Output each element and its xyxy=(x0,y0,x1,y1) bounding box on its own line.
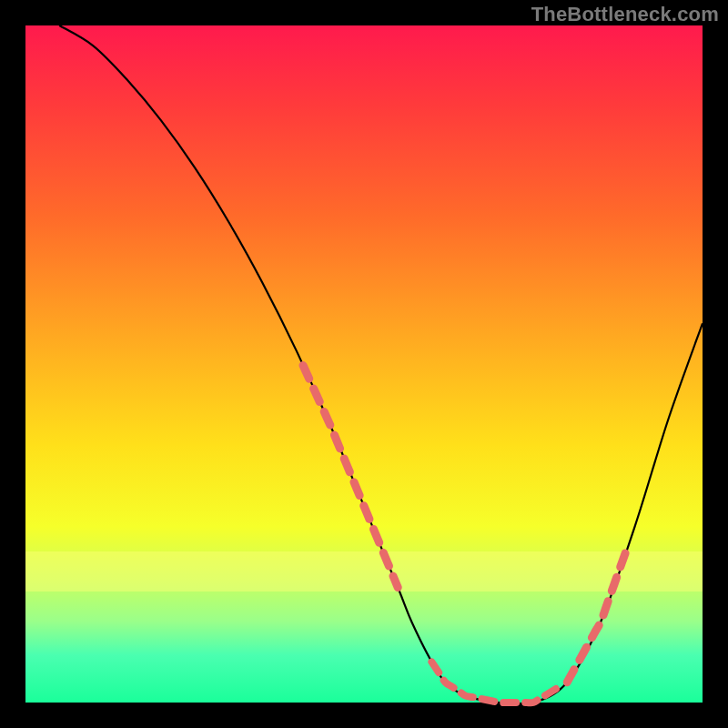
trough-markers xyxy=(431,662,560,703)
left-slope-markers xyxy=(303,366,398,588)
chart-svg xyxy=(25,25,703,703)
chart-frame: TheBottleneck.com xyxy=(0,0,728,728)
watermark-text: TheBottleneck.com xyxy=(531,3,719,26)
right-slope-markers xyxy=(567,545,628,682)
